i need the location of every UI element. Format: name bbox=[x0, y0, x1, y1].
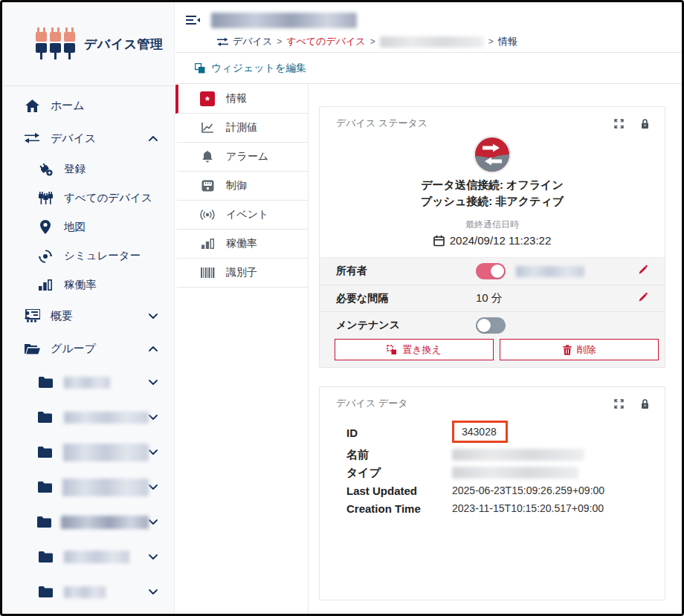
sidebar-group-item-redacted[interactable] bbox=[2, 539, 174, 574]
maintenance-toggle[interactable] bbox=[476, 317, 506, 334]
push-connection-label: プッシュ接続: bbox=[421, 195, 492, 207]
breadcrumb-device-name-redacted bbox=[380, 36, 484, 48]
sidebar-group-item-redacted[interactable] bbox=[2, 574, 174, 609]
redacted-group-name bbox=[61, 516, 149, 529]
replace-button[interactable]: 置き換え bbox=[335, 339, 494, 360]
sidebar-item-groups[interactable]: グループ bbox=[2, 332, 174, 365]
interval-label: 必要な間隔 bbox=[336, 292, 476, 305]
bar-chart-icon bbox=[36, 279, 54, 291]
breadcrumb-all-devices[interactable]: すべてのデバイス bbox=[286, 35, 365, 48]
plug-plus-icon bbox=[36, 163, 54, 176]
chevron-up-icon bbox=[149, 136, 158, 141]
sidebar-group-item-redacted[interactable] bbox=[2, 505, 174, 539]
sidebar-item-simulator[interactable]: シミュレーター bbox=[2, 241, 174, 270]
sidebar-group-item-redacted[interactable] bbox=[2, 365, 174, 400]
device-data-fields: ID 343028 名前 タイプ Last Updated bbox=[320, 410, 665, 569]
tab-utilization[interactable]: 稼働率 bbox=[175, 230, 308, 259]
field-row-creation-time: Creation Time 2023-11-15T10:15:20.517+09… bbox=[346, 499, 665, 517]
field-label: Last Updated bbox=[346, 484, 452, 497]
sidebar-item-overview[interactable]: 概要 bbox=[2, 299, 174, 332]
home-icon bbox=[23, 100, 41, 112]
control-meter-icon bbox=[199, 180, 216, 192]
field-label: ID bbox=[346, 427, 452, 439]
field-label: 名前 bbox=[346, 448, 452, 462]
tab-measurements[interactable]: 計測値 bbox=[175, 114, 308, 143]
app-title: デバイス管理 bbox=[84, 36, 164, 53]
expand-icon[interactable] bbox=[614, 399, 624, 409]
breadcrumb-devices[interactable]: デバイス bbox=[233, 35, 272, 48]
redacted-group-name bbox=[62, 479, 149, 496]
chevron-down-icon bbox=[149, 484, 158, 490]
owner-label: 所有者 bbox=[336, 265, 476, 278]
sidebar-item-register[interactable]: 登録 bbox=[2, 155, 174, 184]
sidebar-item-map[interactable]: 地図 bbox=[2, 213, 174, 241]
sidebar-nav: ホーム デバイス 登録 すべて bbox=[2, 86, 174, 609]
field-row-type: タイプ bbox=[346, 464, 665, 482]
send-connection-label: データ送信接続: bbox=[421, 178, 503, 191]
tab-info[interactable]: * 情報 bbox=[175, 85, 308, 114]
sidebar-item-all-devices[interactable]: すべてのデバイス bbox=[2, 184, 174, 213]
sidebar-group-item-redacted[interactable] bbox=[2, 435, 174, 470]
device-settings-zone: 所有者 必要な間隔 10 分 bbox=[320, 257, 665, 367]
delete-button-label: 削除 bbox=[577, 343, 596, 357]
interval-value: 10 分 bbox=[476, 291, 503, 305]
swap-arrows-icon bbox=[23, 133, 41, 143]
folder-icon bbox=[36, 447, 54, 458]
replace-button-label: 置き換え bbox=[402, 343, 442, 357]
replace-icon bbox=[387, 345, 397, 355]
expand-icon[interactable] bbox=[614, 119, 624, 129]
field-value: 2025-06-23T15:09:26.259+09:00 bbox=[452, 484, 604, 496]
detail-tabs: * 情報 計測値 アラーム bbox=[175, 85, 309, 614]
main-area: デバイス > すべてのデバイス > > 情報 ウィジェットを編集 * bbox=[175, 2, 682, 614]
edit-interval-icon[interactable] bbox=[638, 292, 648, 305]
map-pin-icon bbox=[36, 220, 54, 234]
line-chart-icon bbox=[199, 122, 216, 134]
field-value-id: 343028 bbox=[462, 426, 497, 438]
chevron-up-icon bbox=[149, 346, 158, 351]
tab-control[interactable]: 制御 bbox=[175, 172, 308, 201]
simulator-icon bbox=[36, 250, 54, 263]
tab-alarms[interactable]: アラーム bbox=[175, 143, 308, 172]
device-data-card: デバイス データ ID 343028 名前 bbox=[319, 386, 665, 600]
collapse-sidebar-icon[interactable] bbox=[186, 15, 201, 27]
folder-icon bbox=[36, 412, 54, 423]
page-header: デバイス > すべてのデバイス > > 情報 bbox=[175, 2, 682, 53]
last-communication-value: 2024/09/12 11:23:22 bbox=[450, 234, 552, 247]
overview-icon bbox=[23, 309, 41, 323]
edit-widgets-button[interactable]: ウィジェットを編集 bbox=[195, 62, 306, 75]
plugs-icon bbox=[36, 192, 54, 205]
tab-label: アラーム bbox=[226, 150, 268, 163]
lock-icon[interactable] bbox=[640, 398, 650, 409]
swap-arrows-icon bbox=[217, 38, 228, 46]
redacted-group-name bbox=[63, 444, 149, 461]
tab-events[interactable]: イベント bbox=[175, 201, 308, 230]
breadcrumb-separator: > bbox=[277, 36, 282, 47]
sidebar-item-devices[interactable]: デバイス bbox=[2, 122, 174, 155]
chevron-down-icon bbox=[149, 415, 158, 420]
connection-status-icon bbox=[473, 135, 512, 174]
open-folder-icon bbox=[23, 343, 41, 354]
edit-widgets-label: ウィジェットを編集 bbox=[211, 62, 306, 75]
breadcrumb: デバイス > すべてのデバイス > > 情報 bbox=[217, 35, 682, 48]
sidebar-item-label: 概要 bbox=[51, 309, 73, 323]
widget-toolbar: ウィジェットを編集 bbox=[175, 53, 682, 84]
lock-icon[interactable] bbox=[640, 118, 650, 129]
folder-icon bbox=[36, 586, 54, 597]
redacted-group-name bbox=[64, 551, 129, 563]
sidebar-item-label: 稼働率 bbox=[64, 278, 97, 292]
breadcrumb-info: 情報 bbox=[498, 35, 517, 48]
folder-icon bbox=[36, 551, 54, 562]
device-management-app: デバイス管理 ホーム デバイス bbox=[0, 0, 684, 616]
tab-identifiers[interactable]: 識別子 bbox=[175, 259, 308, 288]
sidebar-group-item-redacted[interactable] bbox=[2, 470, 174, 505]
breadcrumb-separator: > bbox=[488, 36, 494, 47]
tab-label: 制御 bbox=[226, 179, 247, 192]
sidebar-group-item-redacted[interactable] bbox=[2, 400, 174, 435]
chevron-down-icon bbox=[149, 450, 158, 455]
owner-row: 所有者 bbox=[320, 258, 665, 285]
sidebar-item-utilization[interactable]: 稼働率 bbox=[2, 270, 174, 299]
owner-toggle[interactable] bbox=[476, 263, 506, 279]
delete-button[interactable]: 削除 bbox=[500, 339, 659, 360]
sidebar-item-home[interactable]: ホーム bbox=[2, 89, 174, 122]
edit-owner-icon[interactable] bbox=[638, 265, 648, 278]
